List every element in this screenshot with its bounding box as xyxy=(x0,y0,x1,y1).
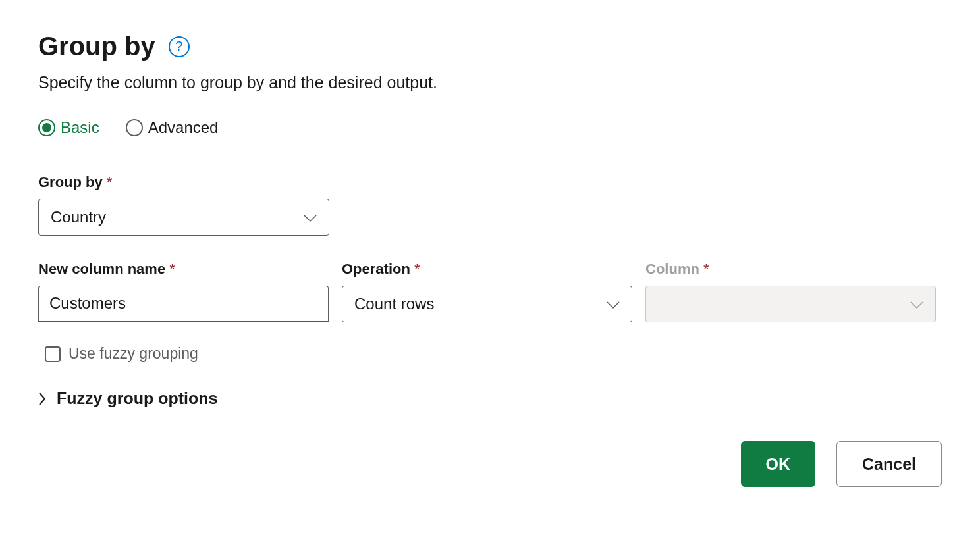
chevron-right-icon xyxy=(38,392,46,405)
required-star-icon: * xyxy=(107,174,113,191)
column-dropdown xyxy=(645,286,936,322)
chevron-down-icon xyxy=(607,300,620,308)
radio-advanced[interactable]: Advanced xyxy=(126,118,219,137)
radio-basic-label: Basic xyxy=(61,118,99,137)
dialog-header: Group by ? xyxy=(38,32,942,61)
checkbox-icon xyxy=(45,346,61,362)
fuzzy-options-expander[interactable]: Fuzzy group options xyxy=(38,389,942,408)
column-label: Column * xyxy=(645,261,936,278)
dialog-button-row: OK Cancel xyxy=(38,441,942,487)
groupby-label: Group by * xyxy=(38,174,942,191)
fuzzy-checkbox-label: Use fuzzy grouping xyxy=(68,345,198,363)
chevron-down-icon xyxy=(304,213,317,221)
new-column-input[interactable] xyxy=(38,286,329,322)
chevron-down-icon xyxy=(910,300,923,308)
column-field: Column * xyxy=(645,261,936,322)
new-column-field: New column name * xyxy=(38,261,329,322)
help-icon[interactable]: ? xyxy=(169,36,190,57)
fuzzy-options-label: Fuzzy group options xyxy=(57,389,217,408)
dialog-subtitle: Specify the column to group by and the d… xyxy=(38,73,942,92)
operation-field: Operation * Count rows xyxy=(342,261,632,322)
aggregation-row: New column name * Operation * Count rows… xyxy=(38,261,942,322)
required-star-icon: * xyxy=(169,261,175,278)
operation-label: Operation * xyxy=(342,261,632,278)
groupby-dropdown[interactable]: Country xyxy=(38,199,329,236)
required-star-icon: * xyxy=(414,261,420,278)
mode-radio-group: Basic Advanced xyxy=(38,118,942,137)
cancel-button[interactable]: Cancel xyxy=(836,441,942,487)
operation-dropdown-value: Count rows xyxy=(354,295,434,313)
groupby-dropdown-value: Country xyxy=(51,208,106,226)
new-column-label: New column name * xyxy=(38,261,329,278)
groupby-section: Group by * Country xyxy=(38,174,942,236)
operation-dropdown[interactable]: Count rows xyxy=(342,286,632,322)
radio-checked-icon xyxy=(38,119,55,136)
dialog-title: Group by xyxy=(38,32,155,61)
radio-basic[interactable]: Basic xyxy=(38,118,99,137)
fuzzy-checkbox-row[interactable]: Use fuzzy grouping xyxy=(38,345,942,363)
ok-button[interactable]: OK xyxy=(741,441,816,487)
radio-unchecked-icon xyxy=(126,119,143,136)
required-star-icon: * xyxy=(703,261,709,278)
radio-advanced-label: Advanced xyxy=(148,118,219,137)
